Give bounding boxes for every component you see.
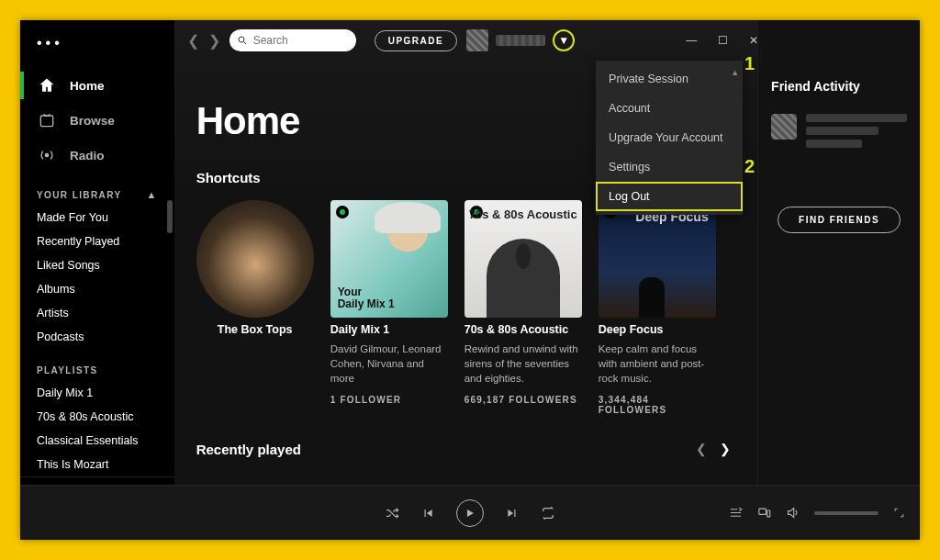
annotation-step-2: 2 (744, 156, 755, 177)
nav-radio[interactable]: Radio (20, 138, 174, 173)
svg-rect-0 (40, 116, 52, 127)
menu-item-private-session[interactable]: Private Session (596, 64, 743, 94)
library-item-podcasts[interactable]: Podcasts (20, 325, 174, 349)
playbar-right-controls (729, 486, 905, 540)
playlist-item[interactable]: Classical Essentials (20, 429, 174, 453)
search-icon (237, 35, 248, 46)
friend-activity-item[interactable] (771, 114, 907, 148)
friend-activity-title: Friend Activity (771, 79, 907, 94)
card-followers: 669,187 FOLLOWERS (464, 395, 582, 405)
playlists-header-text: PLAYLISTS (37, 365, 98, 375)
menu-item-settings[interactable]: Settings (596, 152, 743, 182)
spotify-badge-icon (336, 206, 349, 218)
playback-controls (385, 499, 555, 527)
card-title: Deep Focus (599, 323, 716, 336)
upgrade-button[interactable]: UPGRADE (375, 30, 458, 51)
main-row: ••• Home Browse Radio YOUR LIB (20, 20, 920, 485)
card-the-box-tops[interactable]: The Box Tops (196, 200, 314, 415)
find-friends-button[interactable]: FIND FRIENDS (778, 207, 901, 233)
friend-avatar (771, 114, 797, 140)
carousel-next-button[interactable]: ❯ (715, 439, 735, 459)
dropdown-scroll-up-icon[interactable]: ▲ (731, 68, 739, 77)
menu-item-log-out[interactable]: Log Out (596, 182, 743, 211)
library-section-header: YOUR LIBRARY ▲ (20, 173, 174, 206)
card-title: Daily Mix 1 (330, 323, 448, 336)
new-playlist-button[interactable]: + New Playlist (20, 476, 174, 485)
devices-button[interactable] (757, 506, 771, 520)
card-70s-80s-acoustic[interactable]: 70s & 80s Acoustic 70s & 80s Acoustic Re… (464, 200, 582, 415)
app-window: ••• Home Browse Radio YOUR LIB (20, 20, 920, 540)
browse-icon (37, 110, 57, 130)
window-maximize-button[interactable]: ☐ (716, 34, 729, 47)
library-item-artists[interactable]: Artists (20, 301, 174, 325)
shuffle-button[interactable] (385, 506, 399, 521)
annotation-step-1: 1 (744, 53, 755, 74)
carousel-prev-button[interactable]: ❮ (691, 439, 711, 459)
card-title: 70s & 80s Acoustic (464, 323, 582, 336)
svg-rect-3 (759, 509, 767, 514)
friend-text-redacted (806, 114, 907, 148)
card-art: YourDaily Mix 1 (330, 200, 448, 318)
repeat-button[interactable] (541, 506, 555, 521)
user-menu-trigger[interactable]: ▼ (466, 29, 575, 51)
playlist-item[interactable]: This Is Mozart (20, 453, 174, 476)
menu-item-account[interactable]: Account (596, 94, 743, 123)
card-art-label: YourDaily Mix 1 (338, 286, 395, 310)
card-art: Deep Focus (599, 200, 716, 318)
radio-icon (37, 145, 57, 165)
card-deep-focus[interactable]: Deep Focus Deep Focus Keep calm and focu… (599, 200, 716, 415)
nav-browse[interactable]: Browse (20, 103, 174, 138)
library-header-text: YOUR LIBRARY (37, 190, 122, 200)
search-input[interactable] (253, 34, 349, 47)
window-controls: — ☐ ✕ (685, 34, 757, 47)
library-item-recently-played[interactable]: Recently Played (20, 230, 174, 253)
menu-item-upgrade-account[interactable]: Upgrade Your Account (596, 123, 743, 152)
card-art (196, 200, 314, 318)
card-daily-mix-1[interactable]: YourDaily Mix 1 Daily Mix 1 David Gilmou… (330, 200, 448, 415)
shortcuts-cards: The Box Tops YourDaily Mix 1 Daily Mix 1… (196, 200, 735, 415)
chevron-down-icon: ▼ (558, 34, 569, 47)
recently-played-section-header: Recently played ❮ ❯ (196, 439, 735, 459)
nav-label: Radio (70, 149, 105, 162)
playlist-item[interactable]: Daily Mix 1 (20, 381, 174, 405)
fullscreen-button[interactable] (893, 507, 905, 519)
recently-carousel-nav: ❮ ❯ (691, 439, 735, 459)
library-item-made-for-you[interactable]: Made For You (20, 206, 174, 230)
svg-point-1 (45, 153, 48, 156)
friend-activity-panel: Friend Activity FIND FRIENDS (757, 20, 920, 485)
playbar (20, 485, 920, 540)
search-field[interactable] (229, 29, 356, 51)
sidebar-scrollbar-thumb[interactable] (167, 200, 173, 233)
card-description: Rewind and unwind with sirens of the sev… (464, 342, 582, 386)
card-description: Keep calm and focus with ambient and pos… (599, 342, 716, 386)
app-menu-ellipsis[interactable]: ••• (20, 31, 174, 68)
sidebar: ••• Home Browse Radio YOUR LIB (20, 20, 174, 485)
next-track-button[interactable] (506, 507, 519, 520)
user-menu-chevron[interactable]: ▼ (553, 29, 575, 51)
nav-label: Browse (70, 114, 115, 128)
volume-slider[interactable] (814, 511, 878, 515)
library-item-albums[interactable]: Albums (20, 277, 174, 301)
nav-forward-button[interactable]: ❯ (208, 29, 220, 51)
card-art-figure (487, 239, 560, 318)
window-close-button[interactable]: ✕ (747, 34, 757, 47)
window-minimize-button[interactable]: — (685, 34, 698, 47)
volume-button[interactable] (786, 506, 800, 520)
svg-point-2 (239, 37, 244, 42)
card-art: 70s & 80s Acoustic (464, 200, 582, 318)
previous-track-button[interactable] (421, 507, 434, 520)
topbar: ❮ ❯ UPGRADE ▼ — (174, 20, 757, 61)
library-item-liked-songs[interactable]: Liked Songs (20, 253, 174, 277)
card-art-title: 70s & 80s Acoustic (464, 207, 582, 221)
queue-button[interactable] (729, 506, 743, 520)
card-description: David Gilmour, Leonard Cohen, Nirvana an… (330, 342, 448, 386)
nav-back-button[interactable]: ❮ (187, 29, 199, 51)
chevron-up-icon[interactable]: ▲ (146, 189, 157, 200)
playlists-section-header: PLAYLISTS (20, 349, 174, 381)
user-name-redacted (496, 35, 545, 46)
user-avatar (466, 29, 488, 51)
play-button[interactable] (456, 499, 484, 527)
playlist-item[interactable]: 70s & 80s Acoustic (20, 405, 174, 429)
svg-rect-4 (767, 510, 770, 517)
nav-home[interactable]: Home (20, 68, 174, 103)
